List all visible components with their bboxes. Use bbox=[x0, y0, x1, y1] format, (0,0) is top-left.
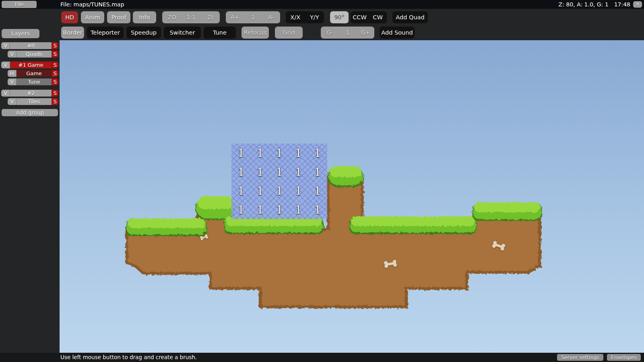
anim-slower-button[interactable]: A- bbox=[262, 11, 280, 23]
visibility-toggle[interactable]: V bbox=[8, 51, 17, 58]
visibility-toggle[interactable]: H bbox=[8, 70, 17, 77]
visibility-toggle[interactable]: V bbox=[8, 78, 17, 85]
grid-plus-button[interactable]: G+ bbox=[357, 27, 374, 39]
layer-row-quads: V Quads S bbox=[8, 51, 58, 58]
rotate-cw-button[interactable]: CW bbox=[369, 11, 387, 23]
zoom-reset-button[interactable]: 1:1 bbox=[182, 11, 201, 23]
tune-cell: 1 bbox=[289, 162, 308, 181]
save-toggle[interactable]: S bbox=[52, 51, 58, 58]
tune-cell: 1 bbox=[270, 181, 289, 200]
editor-status: Z: 80, A: 1.0, G: 1 17:48 bbox=[559, 1, 630, 8]
anim-speed-group: A+ 1 A- bbox=[226, 11, 280, 23]
layer-label[interactable]: Tiles bbox=[17, 98, 52, 105]
visibility-toggle[interactable]: V bbox=[1, 42, 10, 49]
add-group-button[interactable]: Add group bbox=[2, 109, 58, 116]
tune-cell: 1 bbox=[251, 200, 270, 219]
save-toggle[interactable]: S bbox=[52, 42, 58, 49]
dirt-terrain bbox=[127, 175, 540, 307]
tune-overlay[interactable]: 11111111111111111111 bbox=[231, 144, 327, 219]
map-canvas[interactable]: 11111111111111111111 bbox=[60, 40, 644, 353]
save-toggle[interactable]: S bbox=[52, 90, 58, 97]
grid-button[interactable]: Grid bbox=[275, 27, 303, 39]
status-bar-buttons: Server settings Envelopes bbox=[557, 354, 641, 361]
visibility-toggle[interactable]: V bbox=[1, 90, 10, 97]
layer-row-game: H Game S bbox=[8, 70, 58, 77]
status-hint: Use left mouse button to drag and create… bbox=[60, 354, 197, 361]
clock: 17:48 bbox=[614, 1, 630, 8]
save-toggle[interactable]: S bbox=[52, 98, 58, 105]
save-toggle[interactable]: S bbox=[52, 62, 58, 68]
visibility-toggle[interactable]: V bbox=[8, 98, 17, 105]
anim-speed-value: 1 bbox=[244, 11, 262, 23]
toolbar-row-2: Border Teleporter Speedup Switcher Tune … bbox=[61, 27, 415, 39]
save-toggle[interactable]: S bbox=[52, 78, 58, 85]
layer-label[interactable]: Quads bbox=[17, 51, 52, 58]
layers-panel-header: Layers bbox=[2, 29, 39, 38]
tune-cell: 1 bbox=[231, 200, 251, 219]
tune-cell: 1 bbox=[231, 144, 251, 162]
tune-cell: 1 bbox=[270, 200, 289, 219]
visibility-toggle[interactable]: V bbox=[1, 62, 10, 68]
add-sound-button[interactable]: Add Sound bbox=[380, 27, 415, 39]
tune-cell: 1 bbox=[270, 162, 289, 181]
tune-cell: 1 bbox=[270, 144, 289, 162]
tune-cell: 1 bbox=[308, 144, 327, 162]
grid-minus-button[interactable]: G- bbox=[321, 27, 339, 39]
flip-button-group: X/X Y/Y bbox=[286, 11, 324, 23]
server-settings-button[interactable]: Server settings bbox=[557, 354, 603, 361]
tune-cell: 1 bbox=[251, 144, 270, 162]
tune-cell: 1 bbox=[231, 181, 251, 200]
zoom-button-group: ZO 1:1 ZI bbox=[162, 11, 220, 23]
toolbar-row-1: HD Anim Proof Info ZO 1:1 ZI A+ 1 A- X/X… bbox=[61, 11, 428, 23]
map-file-title: File: maps/TUNES.map bbox=[60, 1, 124, 8]
save-toggle[interactable]: S bbox=[52, 70, 58, 77]
add-quad-button[interactable]: Add Quad bbox=[392, 11, 428, 23]
layer-label[interactable]: Tune bbox=[17, 78, 52, 85]
rotate-button-group: CCW CW bbox=[351, 11, 387, 23]
refocus-button[interactable]: Refocus bbox=[242, 27, 269, 39]
layer-label[interactable]: Game bbox=[17, 70, 52, 77]
group-label[interactable]: #2 bbox=[10, 90, 52, 97]
border-button[interactable]: Border bbox=[61, 27, 84, 39]
anim-faster-button[interactable]: A+ bbox=[226, 11, 244, 23]
layer-row-tiles: V Tiles S bbox=[8, 98, 58, 105]
tune-cell: 1 bbox=[251, 162, 270, 181]
tune-cell: 1 bbox=[251, 181, 270, 200]
group-label[interactable]: #0 bbox=[10, 42, 52, 49]
close-icon[interactable]: ✕ bbox=[633, 1, 642, 8]
rotate-ccw-button[interactable]: CCW bbox=[351, 11, 369, 23]
file-menu-button[interactable]: File bbox=[2, 1, 37, 8]
rotate-90-button[interactable]: 90° bbox=[330, 11, 349, 23]
tune-cell: 1 bbox=[289, 181, 308, 200]
toolbar: HD Anim Proof Info ZO 1:1 ZI A+ 1 A- X/X… bbox=[60, 9, 644, 40]
tune-cell: 1 bbox=[308, 162, 327, 181]
anim-button[interactable]: Anim bbox=[81, 11, 104, 23]
group-label[interactable]: #1 Game bbox=[10, 62, 52, 68]
group-row-2: V #2 S bbox=[1, 90, 58, 97]
status-bar: Use left mouse button to drag and create… bbox=[0, 353, 644, 362]
layers-panel: Layers V #0 S V Quads S V #1 Game S H Ga… bbox=[0, 9, 60, 353]
tune-cell: 1 bbox=[308, 200, 327, 219]
tune-cell: 1 bbox=[231, 162, 251, 181]
hd-button[interactable]: HD bbox=[61, 11, 78, 23]
map-terrain bbox=[60, 40, 644, 353]
proof-button[interactable]: Proof bbox=[107, 11, 130, 23]
info-button[interactable]: Info bbox=[133, 11, 156, 23]
grid-size-group: G- 1 G+ bbox=[321, 27, 374, 39]
zoom-in-button[interactable]: ZI bbox=[200, 11, 220, 23]
group-row-game: V #1 Game S bbox=[1, 62, 58, 68]
grid-size-value: 1 bbox=[339, 27, 356, 39]
flip-x-button[interactable]: X/X bbox=[286, 11, 305, 23]
menu-bar: File File: maps/TUNES.map Z: 80, A: 1.0,… bbox=[0, 0, 644, 9]
switcher-button[interactable]: Switcher bbox=[164, 27, 201, 39]
teleporter-button[interactable]: Teleporter bbox=[87, 27, 124, 39]
layer-row-tune: V Tune S bbox=[8, 78, 58, 85]
envelopes-button[interactable]: Envelopes bbox=[607, 354, 641, 361]
tune-cell: 1 bbox=[289, 200, 308, 219]
tune-button[interactable]: Tune bbox=[204, 27, 236, 39]
flip-y-button[interactable]: Y/Y bbox=[305, 11, 324, 23]
group-row-0: V #0 S bbox=[1, 42, 58, 49]
zoom-out-button[interactable]: ZO bbox=[162, 11, 182, 23]
tune-cell: 1 bbox=[289, 144, 308, 162]
speedup-button[interactable]: Speedup bbox=[126, 27, 161, 39]
